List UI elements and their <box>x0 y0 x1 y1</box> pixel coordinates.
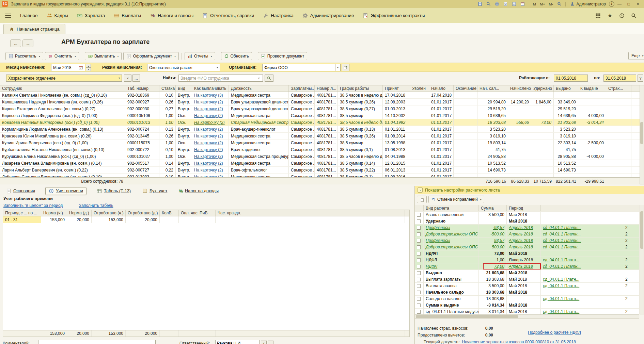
row-checkbox[interactable] <box>417 271 421 275</box>
doc-link[interactable]: Апрель 2018 <box>507 263 541 269</box>
employee-row[interactable]: Ковалева Наталья Викторовна (осн.) (сд_0… <box>0 119 644 126</box>
payslip-row[interactable]: Выплата аванса3 500,00Май 2018сд_04.01.1… <box>415 283 639 289</box>
working-to-input[interactable]: 31.05.2018 <box>603 75 636 82</box>
current-user-button[interactable]: Администратор <box>568 2 608 6</box>
magnifier-plus-icon[interactable] <box>555 1 563 7</box>
responsible-input[interactable] <box>215 340 260 344</box>
timesheet-totals-row[interactable]: 153,00020,000153,00020,000 <box>3 330 409 337</box>
organization-open-button[interactable] <box>342 64 349 71</box>
zoom-normal-button[interactable]: М <box>532 2 537 6</box>
doc-link[interactable]: сд_04.01.1 Платн... <box>541 263 623 269</box>
payslip-row[interactable]: НДФЛ72,00Апрель 2018сд_04.01.1 Платн...2 <box>415 263 639 270</box>
find-icon[interactable] <box>485 1 492 7</box>
doc-link[interactable]: сд_04.01.1 Платн... <box>541 276 623 282</box>
table-header-row[interactable]: Вид расчетаСуммаПериод <box>415 205 639 212</box>
payslip-row[interactable]: Выдано21 803,68Май 2018 <box>415 270 639 276</box>
info-icon[interactable]: i <box>609 1 614 7</box>
row-checkbox[interactable] <box>417 291 421 294</box>
doc-link[interactable]: Апрель 2018 <box>507 237 541 244</box>
clear-button[interactable]: Очистить▾ <box>45 52 79 60</box>
doc-link[interactable]: Добров.страх.взносы ОПС н... <box>424 244 479 250</box>
employee-row[interactable]: Курбангалиева Наталья Николаевна (вн. со… <box>0 146 644 153</box>
menu-item-kadry[interactable]: Кадры <box>42 10 73 21</box>
working-from-input[interactable]: 01.05.2018 <box>554 75 588 82</box>
pay-button[interactable]: Выплатить▾ <box>85 52 122 60</box>
employees-vertical-scrollbar[interactable] <box>640 85 644 184</box>
undo-corrections-button[interactable]: Отмена исправлений▾ <box>428 196 484 203</box>
fill-whole-period-link[interactable]: Заполнить "в целом" за период <box>3 203 63 208</box>
scrollbar-thumb[interactable] <box>416 315 518 318</box>
calendar-icon[interactable] <box>519 1 527 7</box>
row-checkbox[interactable] <box>417 265 421 268</box>
scrollbar-thumb[interactable] <box>640 122 643 144</box>
table-header-row[interactable]: Период с ... по ...Норма (ч.)Норма (д.)О… <box>3 210 409 216</box>
employee-row[interactable]: Лебедева Светлана Вениаминовна (вн. совм… <box>0 174 644 178</box>
pay-method-link[interactable]: На карточку (2) <box>192 99 229 105</box>
zoom-out-button[interactable]: М- <box>548 2 555 6</box>
service-menu-icon[interactable] <box>595 12 601 19</box>
doc-link[interactable]: 500,00 <box>479 244 507 250</box>
doc-link[interactable]: сд_04.01.1 Платн... <box>541 225 623 231</box>
calculate-button[interactable]: Рассчитать▾ <box>5 52 43 60</box>
step-up-icon[interactable]: ▴ <box>86 64 91 68</box>
doc-link[interactable]: Добров.страх.взносы ОПС н... <box>424 231 479 237</box>
doc-link[interactable]: сд_04.01.1 Платн... <box>541 296 623 302</box>
table-header-row[interactable]: СотрудникТаб. номерСтавкаВидКак выплачив… <box>0 85 644 92</box>
row-checkbox[interactable] <box>417 245 421 249</box>
doc-link[interactable]: 72,00 <box>479 263 507 269</box>
timesheet-row[interactable]: 01 - 31153,00020,000153,00020,000 <box>3 216 409 223</box>
step-down-icon[interactable]: ▾ <box>86 68 91 71</box>
post-document-button[interactable]: Провести документ <box>258 52 307 60</box>
pay-method-link[interactable]: На карточку (2) <box>192 133 229 139</box>
pay-method-link[interactable]: На карточку (3) <box>192 92 229 98</box>
doc-link[interactable]: Профвзносы <box>424 225 479 231</box>
doc-link[interactable]: сд_04.01.1 Платн... <box>541 283 623 289</box>
doc-link[interactable]: сд_04.01.1 Платн... <box>541 257 623 263</box>
global-search-icon[interactable] <box>630 12 637 19</box>
employee-row[interactable]: Лазарева Светлана Владимировна (вн. совм… <box>0 160 644 167</box>
fill-timesheet-link[interactable]: Заполнить табель <box>79 203 113 208</box>
row-checkbox[interactable] <box>417 297 421 301</box>
menu-item-glavnoe[interactable]: Главное <box>16 10 42 21</box>
maximize-button[interactable]: □ <box>625 1 633 7</box>
employees-totals-row[interactable]: Всего сотрудников: 78716 590,1686 628,33… <box>0 178 644 184</box>
doc-link[interactable]: -500,00 <box>479 231 507 237</box>
payslip-row[interactable]: Сальдо на начало18 303,68сд_04.01.1 Плат… <box>415 296 639 302</box>
employee-row[interactable]: Кранзеева Юлия Михайловна (вн. совм.) (0… <box>0 133 644 140</box>
refresh-button[interactable]: Обновить <box>221 52 252 60</box>
menu-item-otchetnost[interactable]: Отчетность, справки <box>198 10 258 21</box>
pay-method-link[interactable]: На карточку (2) <box>192 146 229 153</box>
employee-row[interactable]: Кирова Екатерина Анатольевна (вн. совм.)… <box>0 105 644 112</box>
doc-link[interactable]: НДФЛ <box>424 263 479 269</box>
menu-item-kontrakty[interactable]: Эффективные контракты <box>358 10 429 21</box>
doc-link[interactable]: сд_04.01.1 Платн... <box>541 231 623 237</box>
comment-input[interactable] <box>38 340 156 344</box>
more-button[interactable]: Еще▾ <box>628 52 644 60</box>
pay-method-link[interactable]: На карточку (2) <box>192 160 229 166</box>
row-checkbox[interactable] <box>417 239 421 243</box>
chevron-down-icon[interactable]: ▾ <box>117 75 120 81</box>
department-select[interactable]: Хозрасчетное отделение ▾ <box>6 75 122 82</box>
organization-select[interactable]: Фирма ООО ▾ <box>262 64 341 71</box>
payslip-row[interactable]: УдержаноМай 2018 <box>415 218 639 225</box>
reports-button[interactable]: Отчеты▾ <box>185 52 215 60</box>
menu-item-nalogi[interactable]: %Налоги и взносы <box>145 10 198 21</box>
doc-link[interactable]: Апрель 2018 <box>507 244 541 250</box>
save-icon[interactable] <box>476 1 484 7</box>
tab-uchet-vremeni[interactable]: Учет времени <box>45 187 87 195</box>
pay-method-link[interactable]: На карточку (2) <box>192 174 229 178</box>
responsible-choose-button[interactable]: … <box>268 341 273 344</box>
mode-select[interactable]: Окончательный расчет ▾ <box>147 64 220 71</box>
pay-method-link[interactable]: На карточку (2) <box>192 112 229 119</box>
menu-item-administrirovanie[interactable]: Администрирование <box>298 10 359 21</box>
doc-link[interactable]: сд_04.01.1 Платн... <box>541 309 623 315</box>
tab-home-page[interactable]: Начальная страница <box>3 24 65 34</box>
tab-osnovaniya[interactable]: Основания <box>5 187 36 195</box>
print-icon[interactable] <box>493 1 501 7</box>
row-checkbox[interactable] <box>417 258 421 262</box>
pay-method-link[interactable]: На карточку (2) <box>192 119 229 126</box>
pay-method-link[interactable]: На карточку (2) <box>192 153 229 160</box>
scrollbar-thumb[interactable] <box>640 211 643 249</box>
menu-item-zarplata[interactable]: Зарплата <box>73 10 109 21</box>
tab-buh-uchet[interactable]: Бух. учет <box>141 187 169 195</box>
